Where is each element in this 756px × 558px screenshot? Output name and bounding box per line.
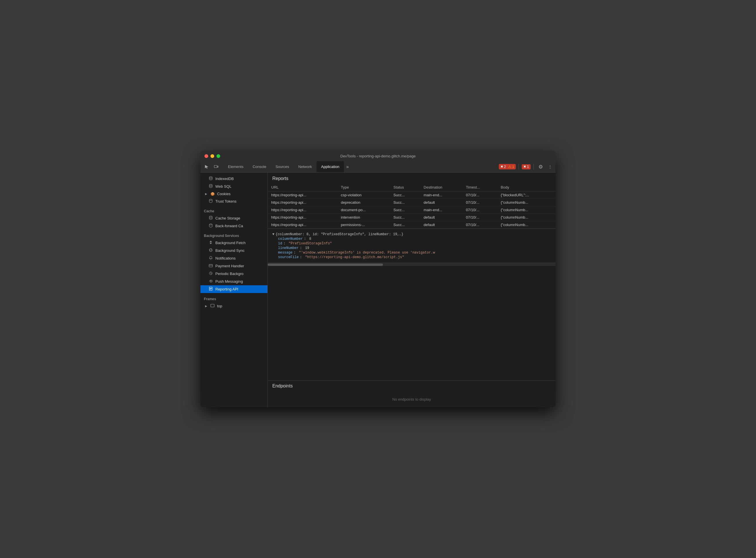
sidebar-label: IndexedDB — [215, 177, 234, 181]
horizontal-scrollbar[interactable] — [268, 263, 556, 266]
sidebar-label: Notifications — [215, 256, 236, 260]
frame-icon — [210, 304, 215, 308]
reporting-api-icon — [209, 287, 213, 291]
cell-destination: default — [420, 221, 462, 229]
endpoints-section: Endpoints No endpoints to display — [268, 380, 556, 407]
col-url: URL — [268, 183, 337, 192]
tab-network[interactable]: Network — [294, 161, 317, 172]
table-row[interactable]: https://reporting-api...interventionSucc… — [268, 214, 556, 221]
table-row[interactable]: https://reporting-api...deprecationSucc.… — [268, 199, 556, 206]
tab-sources[interactable]: Sources — [271, 161, 294, 172]
sidebar-item-websql[interactable]: Web SQL — [200, 183, 267, 190]
close-button[interactable] — [204, 154, 208, 158]
cell-status: Succ... — [390, 221, 420, 229]
sidebar-item-payment-handler[interactable]: Payment Handler — [200, 262, 267, 270]
sidebar-item-bg-fetch[interactable]: Background Fetch — [200, 239, 267, 247]
json-field-message: message: "'window.webkitStorageInfo' is … — [278, 251, 551, 255]
device-icon[interactable] — [212, 162, 220, 171]
maximize-button[interactable] — [217, 154, 220, 158]
sidebar-item-trust-tokens[interactable]: Trust Tokens — [200, 198, 267, 205]
sidebar-item-cache-storage[interactable]: Cache Storage — [200, 214, 267, 222]
sidebar-item-back-forward[interactable]: Back-forward Ca — [200, 222, 267, 230]
sidebar-item-top[interactable]: ▶ top — [200, 302, 267, 310]
push-messaging-icon — [209, 279, 213, 284]
svg-rect-0 — [214, 166, 217, 168]
violation-icon: ✖ — [523, 165, 526, 169]
payment-handler-icon — [209, 263, 213, 269]
cell-timestamp: 07/10/... — [462, 214, 497, 221]
table-row[interactable]: https://reporting-api...document-po...Su… — [268, 206, 556, 214]
devtools-window: DevTools - reporting-api-demo.glitch.me/… — [200, 151, 556, 407]
sidebar-item-indexeddb[interactable]: IndexedDB — [200, 175, 267, 183]
svg-point-9 — [210, 280, 211, 282]
warn-count: 1 — [512, 165, 514, 169]
json-field-id: id: "PrefixedStorageInfo" — [278, 242, 551, 246]
error-icon: ✖ — [501, 165, 503, 169]
chevron-top-icon: ▶ — [205, 304, 207, 308]
cell-url: https://reporting-api... — [268, 206, 337, 214]
svg-point-2 — [209, 177, 212, 178]
svg-point-3 — [209, 184, 212, 185]
collapse-triangle[interactable]: ▼ — [272, 232, 274, 236]
col-destination: Destination — [420, 183, 462, 192]
sidebar-item-push-messaging[interactable]: Push Messaging — [200, 278, 267, 285]
sidebar-item-reporting-api[interactable]: Reporting API — [200, 285, 267, 293]
sidebar-item-periodic-bg[interactable]: Periodic Backgro — [200, 270, 267, 278]
tab-console[interactable]: Console — [248, 161, 271, 172]
error-count: 2 — [504, 165, 506, 169]
cell-destination: main-end... — [420, 206, 462, 214]
json-summary-text: {columnNumber: 8, id: "PrefixedStorageIn… — [275, 232, 403, 236]
sidebar-label: Periodic Backgro — [215, 272, 243, 276]
sidebar-item-cookies[interactable]: ▶ 🍪 Cookies — [200, 190, 267, 198]
json-fields: columnNumber: 8 id: "PrefixedStorageInfo… — [272, 237, 551, 259]
sidebar-label: Web SQL — [215, 184, 231, 188]
tabbar: Elements Console Sources Network Applica… — [200, 161, 556, 173]
endpoints-title: Endpoints — [268, 381, 556, 391]
scrollbar-thumb — [268, 263, 383, 266]
tab-application[interactable]: Application — [316, 161, 344, 172]
reports-table-container[interactable]: URL Type Status Destination Timest... Bo… — [268, 183, 556, 229]
more-options-icon[interactable]: ⋮ — [546, 163, 554, 170]
sidebar-label: Reporting API — [215, 287, 238, 291]
periodic-bg-icon — [209, 271, 213, 276]
json-field-columnnumber: columnNumber: 8 — [278, 237, 551, 241]
reports-title: Reports — [268, 173, 556, 183]
cell-status: Succ... — [390, 214, 420, 221]
more-tabs-button[interactable]: » — [344, 162, 351, 171]
col-body: Body — [497, 183, 556, 192]
svg-point-4 — [209, 199, 212, 200]
minimize-button[interactable] — [211, 154, 214, 158]
cell-body: {"columnNumb... — [497, 221, 556, 229]
cell-url: https://reporting-api... — [268, 221, 337, 229]
sidebar-section-bg-services: Background Services — [200, 230, 267, 239]
tabbar-icons — [202, 162, 220, 171]
cell-destination: default — [420, 199, 462, 206]
cell-body: {"blockedURL":... — [497, 192, 556, 199]
settings-icon[interactable]: ⚙ — [537, 162, 545, 171]
reports-section: Reports URL Type Status Destination Time… — [268, 173, 556, 380]
cell-destination: default — [420, 214, 462, 221]
cursor-icon[interactable] — [202, 162, 211, 171]
table-row[interactable]: https://reporting-api...csp-violationSuc… — [268, 192, 556, 199]
sidebar-item-notifications[interactable]: Notifications — [200, 254, 267, 262]
content-panel: Reports URL Type Status Destination Time… — [268, 173, 556, 407]
sidebar-label: Push Messaging — [215, 279, 243, 284]
cell-body: {"columnNumb... — [497, 206, 556, 214]
svg-point-6 — [209, 224, 212, 225]
cell-timestamp: 07/10/... — [462, 192, 497, 199]
cell-type: csp-violation — [337, 192, 390, 199]
table-row[interactable]: https://reporting-api...permissions-...S… — [268, 221, 556, 229]
titlebar: DevTools - reporting-api-demo.glitch.me/… — [200, 151, 556, 161]
sidebar-label: Payment Handler — [215, 264, 244, 268]
cell-timestamp: 07/10/... — [462, 221, 497, 229]
sidebar-label: Cache Storage — [215, 216, 240, 220]
sidebar-item-bg-sync[interactable]: Background Sync — [200, 247, 267, 254]
tab-elements[interactable]: Elements — [223, 161, 248, 172]
notifications-icon — [209, 256, 213, 261]
cell-url: https://reporting-api... — [268, 214, 337, 221]
endpoints-empty: No endpoints to display — [268, 391, 556, 407]
cookies-icon: 🍪 — [210, 192, 215, 196]
websql-icon — [209, 184, 213, 189]
violation-badge: ✖ 1 — [522, 164, 531, 170]
reports-table: URL Type Status Destination Timest... Bo… — [268, 183, 556, 229]
